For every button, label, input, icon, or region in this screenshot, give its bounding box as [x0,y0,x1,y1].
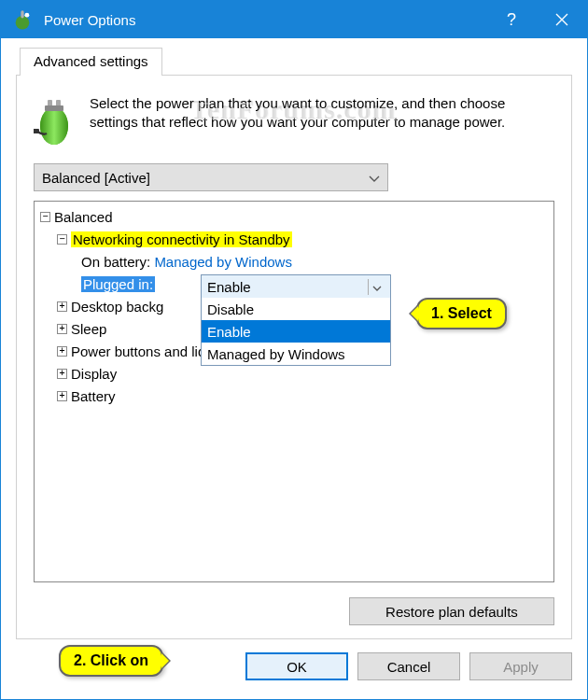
callout-select: 1. Select [416,298,507,329]
expand-icon[interactable]: + [57,324,67,334]
tree-item-battery[interactable]: + Battery [36,385,552,407]
restore-row: Restore plan defaults [34,597,554,625]
svg-rect-1 [21,10,23,18]
combo-option-disable[interactable]: Disable [202,298,390,320]
setting-label: Plugged in: [81,276,155,292]
collapse-icon[interactable]: − [57,234,67,245]
setting-label: On battery: [81,254,150,270]
plugged-in-combo[interactable]: Enable Disable Enable Managed by Windows [201,274,391,366]
close-button[interactable] [537,1,587,38]
combo-option-enable[interactable]: Enable [202,320,390,343]
titlebar[interactable]: Power Options ? [1,1,587,38]
ok-button[interactable]: OK [245,652,348,680]
expand-icon[interactable]: + [57,391,67,401]
tree-item-label: Display [71,366,117,382]
svg-point-2 [24,13,29,18]
svg-point-4 [40,107,68,145]
tab-advanced-settings[interactable]: Advanced settings [20,48,162,76]
tree-root-label: Balanced [54,209,113,225]
plan-select-value: Balanced [Active] [42,170,150,186]
collapse-icon[interactable]: − [40,212,50,222]
combo-option-managed[interactable]: Managed by Windows [202,343,390,365]
chevron-down-icon [368,279,385,295]
settings-tree[interactable]: − Balanced − Networking connectivity in … [34,201,554,582]
tree-item-label: Desktop backg [71,299,163,315]
combo-selected[interactable]: Enable [202,275,390,298]
help-button[interactable]: ? [486,1,537,38]
chevron-down-icon [369,170,380,186]
tree-item-label: Sleep [71,321,106,337]
window-title: Power Options [44,12,486,28]
tree-item-label: Power buttons and lid [71,343,205,359]
intro-row: Select the power plan that you want to c… [34,94,554,150]
power-options-window: Power Options ? TenForums.com Advanced s… [0,0,588,700]
svg-rect-8 [34,129,39,133]
expand-icon[interactable]: + [57,301,67,312]
intro-text: Select the power plan that you want to c… [90,94,554,150]
tree-item-label: Battery [71,388,116,404]
tree-item-label: Networking connectivity in Standby [71,231,292,247]
cancel-button[interactable]: Cancel [357,652,460,680]
plan-select[interactable]: Balanced [Active] [34,163,388,191]
tree-item-networking[interactable]: − Networking connectivity in Standby [36,228,552,250]
expand-icon[interactable]: + [57,369,67,379]
client-area: TenForums.com Advanced settings Select t… [1,38,587,639]
combo-value: Enable [207,279,251,295]
tree-root[interactable]: − Balanced [36,205,552,228]
setting-on-battery[interactable]: On battery: Managed by Windows [36,250,552,273]
tab-body: Select the power plan that you want to c… [16,75,572,639]
combo-list: Disable Enable Managed by Windows [202,298,390,365]
expand-icon[interactable]: + [57,346,67,357]
svg-rect-7 [45,105,63,111]
restore-defaults-button[interactable]: Restore plan defaults [349,597,554,625]
setting-value[interactable]: Managed by Windows [154,254,292,270]
battery-icon [34,94,75,150]
apply-button: Apply [469,652,572,680]
callout-click-on: 2. Click on [59,645,163,677]
dialog-buttons: OK Cancel Apply 2. Click on [1,639,587,699]
tab-bar: Advanced settings [16,48,572,76]
power-icon [10,7,35,32]
